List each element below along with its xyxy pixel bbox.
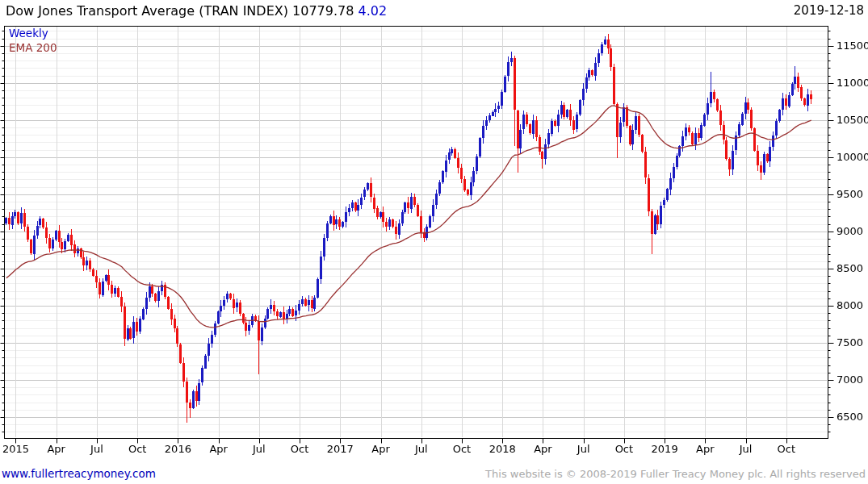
x-tick-label: Oct: [120, 443, 155, 455]
page-title: Dow Jones Transport Average (TRAN INDEX)…: [6, 3, 387, 19]
y-tick-label: 10000: [837, 151, 868, 163]
y-tick-label: 8500: [837, 262, 863, 274]
x-tick-label: Apr: [525, 443, 560, 455]
x-tick-label: Jul: [79, 443, 115, 455]
x-tick-label: Jul: [404, 443, 439, 455]
y-tick-label: 8000: [837, 299, 863, 311]
x-tick-label: 2018: [484, 443, 520, 455]
chart-page: Dow Jones Transport Average (TRAN INDEX)…: [0, 0, 868, 484]
y-tick-label: 10500: [837, 114, 868, 126]
x-tick-label: Jul: [728, 443, 764, 455]
x-tick-label: 2016: [160, 443, 195, 455]
x-tick-label: Oct: [282, 443, 317, 455]
website-link[interactable]: www.fullertreacymoney.com: [2, 467, 156, 480]
y-tick-label: 11000: [837, 77, 868, 89]
x-tick-label: Apr: [687, 443, 723, 455]
x-tick-label: Oct: [444, 443, 480, 455]
y-tick-label: 9500: [837, 188, 863, 200]
x-tick-label: Jul: [566, 443, 602, 455]
x-tick-label: Oct: [769, 443, 804, 455]
copyright-text: This website is © 2008-2019 Fuller Treac…: [485, 468, 866, 480]
x-tick-label: 2019: [647, 443, 682, 455]
footer: www.fullertreacymoney.com This website i…: [0, 465, 868, 484]
y-tick-label: 7500: [837, 336, 863, 348]
y-tick-label: 9000: [837, 225, 863, 237]
instrument-name: Dow Jones Transport Average (TRAN INDEX): [6, 3, 288, 19]
price-chart-canvas[interactable]: [0, 0, 868, 464]
x-tick-label: 2015: [0, 443, 34, 455]
x-tick-label: Apr: [363, 443, 399, 455]
y-tick-label: 11500: [837, 40, 868, 52]
y-tick-label: 6500: [837, 411, 863, 423]
title-bar: Dow Jones Transport Average (TRAN INDEX)…: [0, 0, 868, 24]
chart-date: 2019-12-18: [794, 3, 864, 18]
x-tick-label: 2017: [322, 443, 358, 455]
last-price: 10779.78: [292, 3, 354, 19]
price-change: 4.02: [358, 3, 387, 19]
legend-interval-label: Weekly: [9, 27, 48, 40]
y-tick-label: 7000: [837, 373, 863, 386]
x-tick-label: Apr: [39, 443, 74, 455]
x-tick-label: Apr: [201, 443, 237, 455]
x-tick-label: Jul: [241, 443, 277, 455]
legend-ema-label: EMA 200: [9, 41, 57, 54]
x-tick-label: Oct: [606, 443, 642, 455]
